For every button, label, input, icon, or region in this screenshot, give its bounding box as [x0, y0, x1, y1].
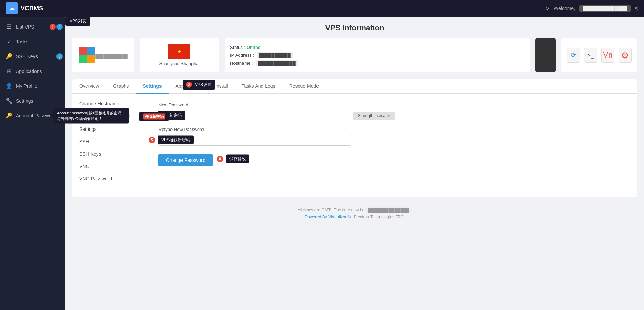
topnav: ☁ VCBMS ⟳ Welcome, ██████████████ ⎋ [0, 0, 644, 17]
tab-overview[interactable]: Overview [72, 79, 106, 94]
badge-ssh-keys: 0 [56, 53, 63, 60]
footer-company: Electron Technologies FZC. [354, 215, 405, 219]
vps-logo-grid [79, 47, 95, 63]
tabs-tooltip: 2 VPS设置 [183, 80, 215, 90]
vps-hostname-label: ████████████ [95, 54, 128, 59]
tab-settings[interactable]: Settings [136, 79, 168, 94]
vnc-button[interactable]: Vn [601, 48, 614, 63]
location-label: Shanghai, Shanghai [159, 61, 199, 66]
china-flag: ★ [168, 44, 190, 59]
sidebar-item-account-password[interactable]: 🔑 Account Password 7 AccountPassword控制面板… [0, 108, 65, 123]
new-password-input-wrapper: 4 VPS新密码 [158, 110, 351, 121]
ip-value: ██████████ [257, 52, 292, 58]
sidebar-item-settings[interactable]: 🔧 Settings [0, 93, 65, 108]
sidebar-item-my-profile[interactable]: 👤 My Profile [0, 79, 65, 93]
flag-stars: ★ [177, 49, 182, 54]
logo-icon: ☁ [6, 2, 18, 14]
new-password-input[interactable] [158, 110, 351, 121]
badge-list-vps-2: 1 [56, 24, 63, 30]
flag-card: ★ Shanghai, Shanghai [140, 38, 219, 72]
hostname-row: Hostname : ████████████ [230, 61, 298, 66]
retype-password-label: Retype New Password [158, 127, 627, 132]
logo-cell-4 [87, 55, 95, 63]
username-display: ██████████████ [579, 5, 631, 12]
menu-ssh-keys[interactable]: SSH Keys [72, 148, 148, 160]
sidebar-label-ssh-keys: SSH Keys [16, 54, 38, 59]
annotation-6-container: 6 保存修改 [217, 155, 249, 163]
settings-form-content: New Password 4 VPS新密码 Strength Indicator [148, 94, 637, 197]
sidebar-label-settings: Settings [16, 98, 33, 104]
sidebar-label-list-vps: List VPS [16, 24, 34, 30]
logo-cell-1 [79, 47, 87, 55]
annotation-2: 2 [186, 82, 192, 88]
new-password-group: New Password 4 VPS新密码 Strength Indicator [158, 102, 627, 121]
ssh-keys-icon: 🔑 [6, 53, 12, 60]
status-row: Status : Online [230, 45, 260, 50]
logo: ☁ VCBMS [6, 2, 43, 14]
settings-icon: 🔧 [6, 97, 12, 104]
settings-panel: Change Hostname 3 Change Password VPS新密码… [72, 94, 637, 197]
status-value: Online [247, 45, 260, 50]
status-card: Status : Online IP Address : ██████████ … [225, 38, 530, 72]
change-password-menu-tooltip: VPS新密码 [139, 112, 169, 121]
account-password-icon: 🔑 [6, 112, 12, 119]
tabs: Overview Graphs Settings Applications In… [72, 79, 637, 94]
terminal-button[interactable]: >_ [584, 48, 597, 63]
page-title: VPS Information [72, 23, 637, 32]
sidebar-item-ssh-keys[interactable]: 🔑 SSH Keys 0 [0, 49, 65, 64]
menu-ssh[interactable]: SSH [72, 135, 148, 148]
tab-rescue-mode[interactable]: Rescue Mode [282, 79, 326, 94]
footer-time: ██████████████ [365, 207, 412, 213]
tasks-icon: ✓ [6, 38, 12, 45]
ip-row: IP Address : ██████████ [230, 53, 293, 58]
menu-vnc[interactable]: VNC [72, 160, 148, 173]
sidebar-item-applications[interactable]: ⊞ Applications [0, 64, 65, 79]
logo-cell-3 [79, 55, 87, 63]
annotation-5: 5 [149, 137, 155, 143]
vps-logo-card: ████████████ [72, 38, 134, 72]
topnav-right: ⟳ Welcome, ██████████████ ⎋ [546, 5, 638, 12]
strength-indicator: Strength Indicator [353, 112, 395, 120]
badge-list-vps-1: 1 [50, 24, 56, 30]
sidebar-label-tasks: Tasks [16, 39, 28, 44]
footer-virtualizor-link[interactable]: Powered By Virtualizor © [305, 215, 351, 219]
sidebar-item-list-vps[interactable]: ☰ List VPS 1 1 [0, 19, 65, 34]
retype-password-group: Retype New Password 5 VPS确认新密码 [158, 127, 627, 146]
main-content: VPS Information ████████████ ★ Shanghai,… [65, 17, 644, 310]
tab-graphs[interactable]: Graphs [106, 79, 136, 94]
my-profile-icon: 👤 [6, 83, 12, 89]
change-password-button-wrapper: Change Password 6 保存修改 [158, 151, 213, 166]
tabs-container-wrapper: 2 VPS设置 Overview Graphs Settings Applica… [72, 79, 637, 94]
logo-text: VCBMS [21, 5, 43, 12]
sidebar: ☰ List VPS 1 1 ✓ Tasks 🔑 SSH Keys 0 ⊞ Ap… [0, 17, 65, 310]
menu-vnc-password[interactable]: VNC Password [72, 173, 148, 185]
list-vps-icon: ☰ [6, 23, 12, 30]
account-password-tooltip-subtitle: 与右侧的VPS密码有区别！ [57, 116, 102, 121]
change-password-button[interactable]: Change Password [158, 154, 213, 166]
welcome-text: Welcome, [554, 6, 575, 11]
menu-settings[interactable]: Settings [72, 123, 148, 135]
power-button[interactable]: ⏻ [619, 48, 632, 63]
hostname-value: ████████████ [256, 60, 298, 66]
save-tooltip-box: 保存修改 [226, 155, 249, 163]
retype-password-input-wrapper: 5 VPS确认新密码 [158, 134, 351, 146]
refresh-icon[interactable]: ⟳ [546, 6, 550, 11]
vps-list-annotation-tooltip: VPS列表 [65, 17, 90, 26]
logout-icon[interactable]: ⎋ [635, 5, 638, 12]
sidebar-label-applications: Applications [16, 69, 42, 74]
dark-card [535, 38, 556, 72]
footer-powered: Powered By Virtualizor © Electron Techno… [72, 215, 637, 219]
footer: All times are GMT . The time now is ████… [72, 208, 637, 225]
account-password-tooltip: AccountPassword控制面板账号的密码 与右侧的VPS密码有区别！ [53, 108, 129, 123]
annotation-5-container: 5 VPS确认新密码 [149, 136, 194, 144]
sidebar-item-tasks[interactable]: ✓ Tasks [0, 34, 65, 49]
logo-cell-2 [87, 47, 95, 55]
actions-card: ⟳ >_ Vn ⏻ [561, 38, 637, 72]
retype-password-tooltip-box: VPS确认新密码 [158, 136, 194, 144]
applications-icon: ⊞ [6, 68, 12, 74]
sidebar-label-my-profile: My Profile [16, 83, 37, 89]
annotation-6: 6 [217, 156, 223, 162]
tab-tasks-logs[interactable]: Tasks And Logs [235, 79, 282, 94]
account-password-tooltip-title: AccountPassword控制面板账号的密码 [57, 111, 121, 115]
restart-button[interactable]: ⟳ [567, 48, 580, 63]
